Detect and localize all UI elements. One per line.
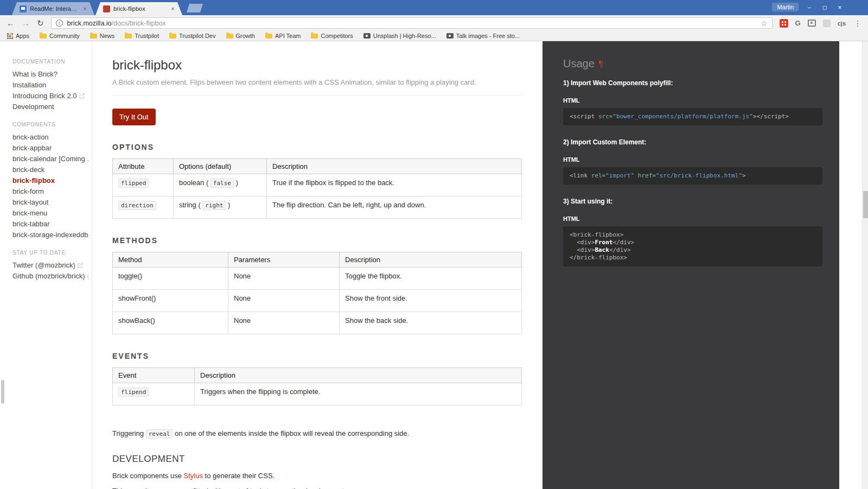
table-row: flipend Triggers when the flipping is co… — [113, 383, 522, 405]
browser-tab-brick-flipbox[interactable]: brick-flipbox ✕ — [95, 2, 182, 15]
maximize-button[interactable]: ▢ — [817, 0, 832, 15]
development-paragraph-2: This repository comes outfitted with a s… — [112, 487, 522, 489]
extension-cjs-icon[interactable]: cjs — [838, 20, 846, 27]
usage-step-3-label: 3) Start using it: — [563, 198, 822, 205]
sidebar-item-github[interactable]: Github (mozbrick/brick) — [12, 272, 88, 280]
bookmark-trustpilot-dev[interactable]: Trustpilot Dev — [169, 33, 215, 39]
bookmark-label: Trustpilot — [135, 33, 159, 39]
sidebar-item-development[interactable]: Development — [12, 103, 88, 111]
method-cell: showFront() — [113, 290, 228, 312]
page-subtitle: A Brick custom element. Flips between tw… — [112, 78, 522, 96]
sidebar-item-brick-deck[interactable]: brick-deck — [12, 166, 88, 174]
column-header: Options (default) — [174, 159, 267, 174]
sidebar-item-brick-flipbox[interactable]: brick-flipbox — [12, 176, 88, 185]
sidebar-heading-documentation: DOCUMENTATION — [12, 59, 88, 65]
bookmark-label: Growth — [236, 33, 255, 39]
camera-icon — [363, 33, 371, 39]
bookmark-unsplash[interactable]: Unsplash | High-Reso... — [363, 33, 436, 39]
close-tab-icon[interactable]: ✕ — [83, 7, 87, 11]
bookmark-community[interactable]: Community — [40, 33, 80, 39]
page-title: brick-flipbox — [112, 58, 522, 73]
column-header: Attribute — [113, 159, 174, 174]
sidebar-item-brick-calendar[interactable]: brick-calendar [Coming ... — [12, 155, 88, 163]
code-block-usage-example: <brick-flipbox> <div>Front</div> <div>Ba… — [563, 226, 822, 266]
stylus-link[interactable]: Stylus — [184, 472, 203, 480]
minimize-button[interactable]: ─ — [802, 0, 817, 15]
sidebar-item-brick-menu[interactable]: brick-menu — [12, 209, 88, 217]
url-domain: brick.mozilla.io — [67, 20, 112, 27]
bookmark-growth[interactable]: Growth — [226, 33, 255, 39]
development-paragraph-1: Brick components use Stylus to generate … — [112, 472, 522, 480]
sidebar-item-what-is-brick[interactable]: What is Brick? — [12, 70, 88, 78]
sidebar-heading-stay-up-to-date: STAY UP TO DATE — [12, 250, 88, 256]
extension-red-icon[interactable] — [780, 19, 788, 28]
bookmark-apps[interactable]: Apps — [7, 33, 29, 39]
scrollbar-thumb[interactable] — [863, 191, 868, 218]
url-text: brick.mozilla.io/docs/brick-flipbox — [67, 20, 756, 27]
bookmark-news[interactable]: News — [90, 33, 115, 39]
extension-g-icon[interactable]: G — [795, 19, 801, 27]
bookmark-competitors[interactable]: Competitors — [311, 33, 353, 39]
description-cell: Triggers when the flipping is complete. — [195, 383, 522, 405]
browser-menu-icon[interactable]: ⋮ — [854, 19, 861, 28]
folder-icon — [40, 34, 47, 39]
bookmark-talk-images[interactable]: Talk images - Free sto... — [446, 33, 520, 39]
back-button[interactable]: ← — [7, 19, 15, 27]
close-tab-icon[interactable]: ✕ — [171, 7, 175, 11]
sidebar-heading-components: COMPONENTS — [12, 122, 88, 128]
options-cell: string ( right ) — [174, 196, 267, 219]
page-scrollbar[interactable] — [862, 41, 868, 489]
bookmark-api-team[interactable]: API Team — [265, 33, 301, 39]
bookmark-label: News — [100, 33, 115, 39]
params-cell: None — [228, 268, 340, 290]
sidebar-scrollbar-thumb[interactable] — [1, 380, 4, 404]
camera-icon — [446, 33, 454, 39]
column-header: Description — [340, 252, 522, 268]
table-row: showFront() None Show the front side. — [113, 290, 522, 312]
params-cell: None — [228, 312, 340, 334]
code-block-polyfill: <script src="bower_components/platform/p… — [563, 108, 822, 125]
main-article: brick-flipbox A Brick custom element. Fl… — [112, 41, 522, 489]
reload-button[interactable]: ↻ — [37, 19, 44, 27]
browser-titlebar: ReadMe: Interactive Dev... ✕ brick-flipb… — [0, 0, 868, 15]
sidebar-item-brick-layout[interactable]: brick-layout — [12, 198, 88, 206]
attribute-cell: direction — [113, 196, 174, 219]
sidebar-item-twitter[interactable]: Twitter (@mozbrick) — [12, 261, 88, 269]
external-link-icon — [78, 263, 83, 268]
browser-tab-readme[interactable]: ReadMe: Interactive Dev... ✕ — [12, 2, 94, 15]
sidebar-item-brick-tabbar[interactable]: brick-tabbar — [12, 220, 88, 228]
bookmark-label: Talk images - Free sto... — [456, 33, 520, 39]
tab-title: brick-flipbox — [113, 5, 168, 12]
address-bar[interactable]: i brick.mozilla.io/docs/brick-flipbox ☆ — [51, 17, 773, 29]
usage-panel: Usage¶ 1) Import Web Components polyfill… — [542, 41, 839, 489]
try-it-out-button[interactable]: Try It Out — [112, 109, 156, 125]
site-info-icon[interactable]: i — [56, 20, 63, 27]
sidebar-item-introducing-brick[interactable]: Introducing Brick 2.0 — [12, 92, 88, 100]
external-link-icon — [79, 93, 85, 99]
description-cell: The flip direction. Can be left, right, … — [267, 196, 522, 219]
column-header: Method — [113, 252, 228, 268]
close-window-button[interactable]: ✕ — [832, 0, 847, 15]
code-chip: false — [210, 179, 234, 188]
anchor-link-icon[interactable]: ¶ — [598, 59, 603, 69]
profile-button[interactable]: Martin — [772, 3, 799, 11]
attribute-cell: flipped — [113, 174, 174, 196]
url-path: /docs/brick-flipbox — [112, 20, 166, 27]
sidebar-item-brick-form[interactable]: brick-form — [12, 187, 88, 195]
extension-disabled-icon[interactable] — [823, 20, 831, 27]
external-link-icon — [87, 274, 88, 279]
page-content: DOCUMENTATION What is Brick? Installatio… — [0, 41, 868, 489]
sidebar-item-brick-appbar[interactable]: brick-appbar — [12, 144, 88, 152]
bookmark-star-icon[interactable]: ☆ — [761, 19, 768, 28]
code-chip: reveal — [146, 429, 173, 439]
new-tab-button[interactable] — [187, 4, 203, 12]
method-cell: showBack() — [113, 312, 228, 334]
brick-favicon-icon — [103, 5, 110, 12]
sidebar-item-brick-storage-indexeddb[interactable]: brick-storage-indexeddb — [12, 231, 88, 239]
bookmark-trustpilot[interactable]: Trustpilot — [125, 33, 159, 39]
sidebar-item-brick-action[interactable]: brick-action — [12, 133, 88, 141]
sidebar-item-installation[interactable]: Installation — [12, 81, 88, 89]
extension-screenshot-icon[interactable] — [808, 20, 816, 27]
forward-button[interactable]: → — [22, 19, 30, 27]
bookmark-label: Competitors — [321, 33, 353, 39]
